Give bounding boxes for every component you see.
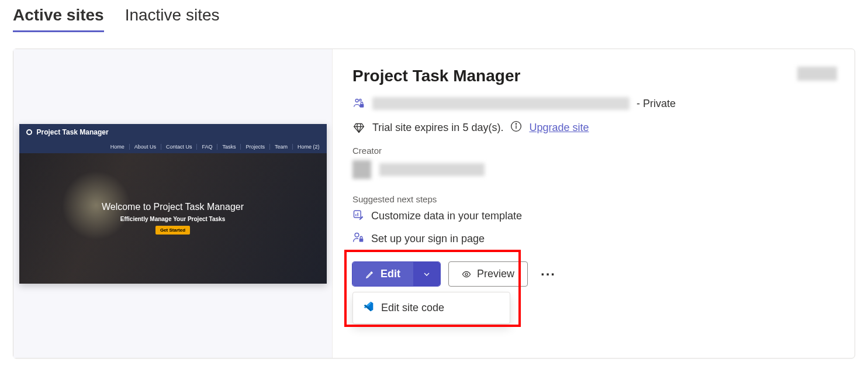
thumb-nav-item: FAQ xyxy=(196,144,212,150)
redacted-badge xyxy=(797,67,837,81)
svg-rect-10 xyxy=(359,239,364,242)
thumb-nav-item: Home xyxy=(106,144,125,150)
svg-point-11 xyxy=(465,273,468,275)
trial-row: Trial site expires in 5 day(s). Upgrade … xyxy=(352,120,835,135)
details-panel: Project Task Manager - Private Tria xyxy=(333,49,855,358)
trial-text: Trial site expires in 5 day(s). xyxy=(372,122,503,134)
suggested-item-label: Customize data in your template xyxy=(371,210,522,222)
svg-point-1 xyxy=(359,99,361,101)
redacted-url xyxy=(372,97,630,110)
svg-point-5 xyxy=(516,123,517,124)
tab-inactive-sites[interactable]: Inactive sites xyxy=(125,6,220,32)
thumb-nav-item: Contact Us xyxy=(161,144,192,150)
visibility-row: - Private xyxy=(352,97,835,110)
person-lock-icon xyxy=(352,232,364,246)
suggested-item-label: Set up your sign in page xyxy=(371,233,485,245)
thumb-title: Project Task Manager xyxy=(37,128,109,136)
thumb-nav-item: Home (2) xyxy=(292,144,320,150)
diamond-icon xyxy=(352,122,365,134)
creator-name-redacted xyxy=(379,163,485,176)
thumb-logo-icon xyxy=(26,129,32,135)
creator-block xyxy=(352,160,835,179)
suggested-list: Customize data in your template Set up y… xyxy=(352,209,835,246)
thumb-hero: Welcome to Project Task Manager Efficien… xyxy=(19,153,327,284)
preview-button[interactable]: Preview xyxy=(448,261,528,287)
thumb-nav-item: Tasks xyxy=(217,144,236,150)
thumb-nav-item: Projects xyxy=(240,144,265,150)
edit-split-button: Edit xyxy=(352,262,440,286)
edit-button-label: Edit xyxy=(381,268,400,280)
site-card: Project Task Manager Home About Us Conta… xyxy=(13,49,855,359)
action-bar: Edit Preview ··· xyxy=(352,261,835,287)
edit-dropdown-menu: Edit site code xyxy=(352,292,510,324)
preview-button-label: Preview xyxy=(477,268,514,280)
site-title: Project Task Manager xyxy=(352,67,835,85)
visibility-label: - Private xyxy=(637,98,676,110)
thumb-nav-item: About Us xyxy=(129,144,156,150)
suggested-label: Suggested next steps xyxy=(352,194,835,204)
chart-edit-icon xyxy=(352,209,364,223)
thumb-nav: Home About Us Contact Us FAQ Tasks Proje… xyxy=(19,140,327,153)
thumb-nav-item: Team xyxy=(269,144,288,150)
site-thumbnail[interactable]: Project Task Manager Home About Us Conta… xyxy=(19,124,327,284)
people-lock-icon xyxy=(352,98,365,109)
info-icon[interactable] xyxy=(510,120,522,135)
thumb-hero-sub: Efficiently Manage Your Project Tasks xyxy=(120,216,226,222)
dropdown-item-label: Edit site code xyxy=(381,302,444,314)
vscode-icon xyxy=(362,301,374,315)
suggested-setup-signin[interactable]: Set up your sign in page xyxy=(352,232,835,246)
edit-site-code-item[interactable]: Edit site code xyxy=(353,295,510,321)
svg-point-9 xyxy=(355,233,359,237)
creator-label: Creator xyxy=(352,146,835,156)
edit-button[interactable]: Edit xyxy=(352,262,413,286)
thumb-cta-button: Get Started xyxy=(155,226,190,235)
thumb-header: Project Task Manager xyxy=(19,124,327,140)
svg-rect-2 xyxy=(360,104,364,108)
more-actions-button[interactable]: ··· xyxy=(536,266,561,282)
edit-dropdown-toggle[interactable] xyxy=(413,262,440,286)
suggested-customize-data[interactable]: Customize data in your template xyxy=(352,209,835,223)
tabs: Active sites Inactive sites xyxy=(13,6,855,32)
svg-point-0 xyxy=(355,99,358,102)
svg-rect-6 xyxy=(354,211,361,218)
thumb-hero-heading: Welcome to Project Task Manager xyxy=(102,202,244,212)
creator-avatar xyxy=(352,160,371,179)
tab-active-sites[interactable]: Active sites xyxy=(13,6,104,32)
thumbnail-panel: Project Task Manager Home About Us Conta… xyxy=(13,49,333,358)
upgrade-site-link[interactable]: Upgrade site xyxy=(529,122,589,134)
